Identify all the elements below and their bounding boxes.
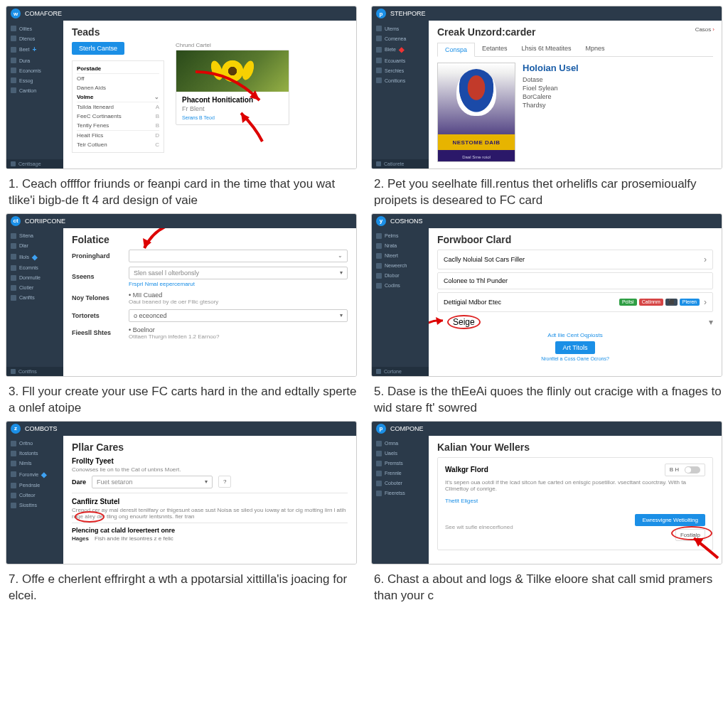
sidebar-item[interactable]: Essog <box>6 75 63 85</box>
sidebar-item[interactable]: Coboter <box>372 478 429 488</box>
sidebar-item[interactable]: Cantion <box>6 85 63 95</box>
add-link[interactable]: Adt Ilie Cent Oqpiosts <box>437 332 713 338</box>
sidebar-footer[interactable]: Centisage <box>6 159 63 168</box>
menu-icon <box>11 68 16 73</box>
sidebar-item[interactable]: Nrata <box>372 241 429 251</box>
preview-card[interactable]: Phacont Honitication Fr Blent Serans B T… <box>176 50 289 125</box>
toggle[interactable]: B H <box>665 464 705 476</box>
sidebar-item[interactable]: Colteor <box>6 491 63 500</box>
page-title: Creak Unzord:carder <box>437 26 713 38</box>
list-row[interactable]: Colonee to Thl Punder <box>437 272 713 289</box>
brand-name: COMBOTS <box>25 425 58 432</box>
chevron-down-icon: ▾ <box>205 478 208 485</box>
sidebar-footer[interactable]: Contfins <box>6 367 63 376</box>
helper-box[interactable]: ? <box>218 476 231 488</box>
sidebar-item[interactable]: Nteert <box>372 251 429 261</box>
sidebar-item[interactable]: Beet+ <box>6 43 63 55</box>
step-caption: 3. Fll your create your use FC carts har… <box>6 381 357 417</box>
sidebar-item[interactable]: Oritno <box>6 439 63 449</box>
panel-step-6: pCOMPONE Omna Uaels Premsts Frennle Cobo… <box>371 421 722 564</box>
footer-link[interactable]: Nronttel a Coss Oane Ocrons? <box>437 356 713 361</box>
tab[interactable]: Lhsis 6t Mteatites <box>515 42 579 56</box>
sidebar-item[interactable]: Comenea <box>372 33 429 43</box>
sidebar-item[interactable]: Premsts <box>372 459 429 469</box>
sidebar-item[interactable]: Pendnsle <box>6 481 63 491</box>
create-button[interactable]: Sterls Cantse <box>72 42 124 55</box>
sidebar-item[interactable]: Dura <box>6 55 63 65</box>
chevron-down-icon: ▾ <box>340 269 343 276</box>
select-input[interactable]: o eceonced▾ <box>129 309 348 322</box>
sidebar-item[interactable]: Donmutle <box>6 273 63 283</box>
tab[interactable]: Eetantes <box>475 42 515 56</box>
annotation-arrow-icon <box>429 315 447 329</box>
sidebar-item[interactable]: Economis <box>6 65 63 75</box>
sidebar-item[interactable]: Foronvie◆ <box>6 469 63 481</box>
brand-logo-icon: y <box>376 216 386 226</box>
corner-link[interactable]: Casos› <box>695 26 714 33</box>
sidebar-item[interactable]: Fieeretss <box>372 488 429 498</box>
brand-logo-icon: ct <box>11 216 21 226</box>
sidebar-item[interactable]: Conitions <box>372 75 429 85</box>
sidebar-item[interactable]: Blete◆ <box>372 43 429 55</box>
brand-name: COMPONE <box>390 425 424 432</box>
select-input[interactable]: Slen sasel l olterbonsly▾ <box>129 267 348 279</box>
menu-icon <box>11 36 16 41</box>
step-caption: 7. Offe e cherlent effrirght a wth a ppo… <box>6 569 357 604</box>
brand-name: COMAFORE <box>25 10 62 17</box>
step-caption: 6. Chast a about and logs & Tilke eloore… <box>371 569 722 604</box>
list-row[interactable]: Dettigial Mdbor Etec Pcitsi Catinnm ⬛ Pl… <box>437 292 713 312</box>
sidebar-item[interactable]: Illols◆ <box>6 251 63 263</box>
card-heading: Chrund Cartel <box>176 42 289 48</box>
poster-band: NESTOME DAIB <box>438 134 515 150</box>
sidebar-item[interactable]: Dtenos <box>6 33 63 43</box>
sidebar-item[interactable]: Olites <box>6 23 63 33</box>
sidebar-item[interactable]: Nimls <box>6 459 63 469</box>
tab[interactable]: Mpnes <box>579 42 612 56</box>
svg-marker-3 <box>436 317 443 325</box>
sidebar-item[interactable]: Canfits <box>6 293 63 303</box>
sidebar-item[interactable]: Siosttns <box>6 500 63 510</box>
sunflower-icon <box>219 58 246 85</box>
field-hint: Frsprl Nmal eepercemarut <box>129 281 348 287</box>
step-caption: 5. Dase is the thEeAi quoes the flinly o… <box>371 381 722 417</box>
face-graphic-icon <box>456 69 496 116</box>
sidebar-item[interactable]: Serchies <box>372 65 429 75</box>
select-input[interactable]: ⌄ <box>129 250 348 262</box>
page-title: Kalian Your Wellers <box>437 441 713 453</box>
list-row[interactable]: Caclly Noluial Sot Cars Filler› <box>437 250 713 269</box>
page-title: Forwboor Clard <box>437 234 713 245</box>
sidebar-item[interactable]: Utems <box>372 23 429 33</box>
tab[interactable]: Conspa <box>437 43 475 57</box>
sidebar-item[interactable]: Frennle <box>372 469 429 478</box>
brand-logo-icon: z <box>11 424 21 434</box>
date-select[interactable]: Fuet setaron▾ <box>92 476 213 488</box>
card-body-text: It's sepen oua ootdl if the lcad sitcon … <box>445 479 705 492</box>
section-desc: Conowses lie on to the Cat of unbns Moer… <box>72 466 348 473</box>
sidebar-item[interactable]: Ciotier <box>6 283 63 293</box>
sidebar-item[interactable]: Neweerch <box>372 261 429 271</box>
sidebar-item[interactable]: Dlobor <box>372 271 429 281</box>
sidebar-item[interactable]: Uaels <box>372 449 429 459</box>
sidebar-item[interactable]: Dlar <box>6 241 63 251</box>
card-link[interactable]: Thetlt Eligest <box>445 498 705 504</box>
panel-step-1: w COMAFORE Olites Dtenos Beet+ Dura Econ… <box>6 6 357 169</box>
sidebar-footer[interactable]: Cortone <box>372 367 429 376</box>
page-title: Pllar Cares <box>72 441 348 453</box>
sidebar-item[interactable]: Sitena <box>6 231 63 241</box>
primary-action-button[interactable]: Art Titols <box>555 341 594 354</box>
sidebar-item[interactable]: Omna <box>372 439 429 449</box>
circled-label[interactable]: Seige <box>447 315 481 329</box>
card-link[interactable]: Serans B Teod <box>182 115 283 120</box>
primary-button[interactable]: Ewresvigne Wetiolting <box>635 514 705 526</box>
sidebar: Olites Dtenos Beet+ Dura Economis Essog … <box>6 21 63 168</box>
card-title: Phacont Honitication <box>182 96 283 104</box>
sidebar-item[interactable]: Ecouants <box>372 55 429 65</box>
sidebar-item[interactable]: Pelms <box>372 231 429 241</box>
page-title: Folatice <box>72 234 348 245</box>
sidebar-item[interactable]: Codins <box>372 281 429 291</box>
sidebar-item[interactable]: Itostonts <box>6 449 63 459</box>
brand-logo-icon: p <box>376 424 386 434</box>
sidebar-footer[interactable]: Catiorete <box>372 159 429 168</box>
sidebar-item[interactable]: Ecomnis <box>6 263 63 273</box>
panel-step-3: ctCORIIPCONE Sitena Dlar Illols◆ Ecomnis… <box>6 213 357 377</box>
